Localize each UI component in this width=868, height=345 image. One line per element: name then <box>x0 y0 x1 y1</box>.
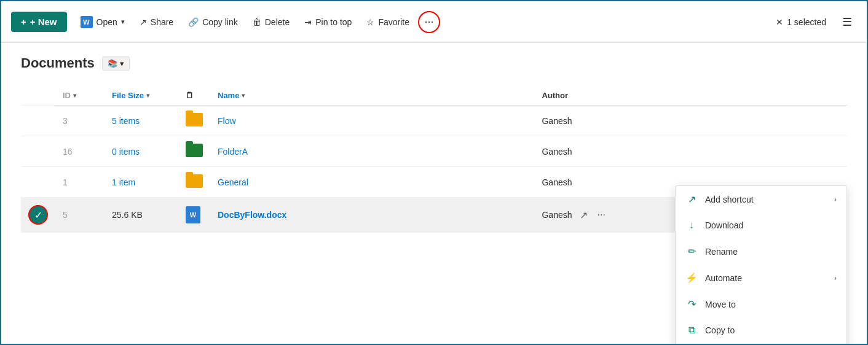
view-toggle-button[interactable]: 📚 ▾ <box>102 56 130 71</box>
row-file-icon <box>178 136 210 167</box>
link-icon: 🔗 <box>188 17 199 27</box>
sort-icon: ▾ <box>242 92 245 99</box>
automate-icon: ⚡ <box>685 272 698 284</box>
row-checkbox[interactable] <box>21 106 55 136</box>
delete-button[interactable]: 🗑 Delete <box>247 12 296 32</box>
row-checkbox[interactable]: ✓ <box>21 198 55 233</box>
automate-label: Automate <box>705 273 742 283</box>
selected-button[interactable]: ✕ 1 selected <box>770 12 832 32</box>
copy-to-label: Copy to <box>705 325 735 335</box>
share-label: Share <box>151 17 173 27</box>
row-author-text: Ganesh <box>542 210 572 220</box>
file-type-icon: 🗒 <box>186 91 194 100</box>
copy-link-button[interactable]: 🔗 Copy link <box>182 12 244 32</box>
move-to-icon: ↷ <box>685 298 698 310</box>
table-row: ✓ 5 25.6 KB W DocByFlow.docx Ganesh ↗ ··… <box>21 198 847 233</box>
delete-icon: 🗑 <box>253 17 261 27</box>
row-share-button[interactable]: ↗ <box>577 207 590 223</box>
row-file-name[interactable]: DocByFlow.docx <box>210 198 534 233</box>
dropdown-item-automate[interactable]: ⚡ Automate › <box>676 265 846 291</box>
pin-to-top-label: Pin to top <box>315 17 352 27</box>
close-icon: ✕ <box>776 17 783 27</box>
main-content: Documents 📚 ▾ ID ▾ File Size ▾ <box>1 43 867 245</box>
folder-yellow-icon <box>186 113 203 126</box>
row-file-icon <box>178 167 210 198</box>
delete-label: Delete <box>265 17 290 27</box>
selected-checkbox[interactable]: ✓ <box>28 205 48 225</box>
dropdown-item-download[interactable]: ↓ Download <box>676 212 846 238</box>
row-file-name[interactable]: General <box>210 167 534 198</box>
row-file-name[interactable]: Flow <box>210 106 534 136</box>
table-header: ID ▾ File Size ▾ 🗒 Name ▾ <box>21 86 847 106</box>
table-row: 3 5 items Flow Ganesh <box>21 106 847 136</box>
row-author: Ganesh <box>534 136 847 167</box>
row-checkbox[interactable] <box>21 136 55 167</box>
dropdown-item-add-shortcut[interactable]: ↗ Add shortcut › <box>676 186 846 212</box>
add-shortcut-label: Add shortcut <box>705 195 754 204</box>
checkbox-col-header <box>21 86 55 106</box>
new-button[interactable]: + + New <box>11 12 67 32</box>
favorite-button[interactable]: ☆ Favorite <box>360 12 416 32</box>
ellipsis-icon: ··· <box>424 15 433 28</box>
row-id: 3 <box>55 106 105 136</box>
row-more-button[interactable]: ··· <box>595 207 608 223</box>
plus-icon: + <box>21 17 26 27</box>
copy-to-icon: ⧉ <box>685 325 698 336</box>
name-column-header[interactable]: Name ▾ <box>210 86 534 106</box>
author-column-header[interactable]: Author <box>534 86 847 106</box>
row-file-name[interactable]: FolderA <box>210 136 534 167</box>
row-file-size: 1 item <box>105 167 178 198</box>
row-checkbox[interactable] <box>21 167 55 198</box>
row-actions: Ganesh ↗ ··· ↗ Add shortcut › <box>542 207 840 223</box>
row-file-size: 5 items <box>105 106 178 136</box>
move-to-label: Move to <box>705 300 736 309</box>
toolbar-right: ✕ 1 selected ☰ <box>770 10 857 34</box>
table-body: 3 5 items Flow Ganesh 16 0 items FolderA… <box>21 106 847 233</box>
library-icon: 📚 <box>108 59 117 68</box>
sort-icon: ▾ <box>146 92 149 99</box>
row-author: Ganesh ↗ ··· ↗ Add shortcut › <box>534 198 847 233</box>
download-label: Download <box>705 220 743 230</box>
row-author: Ganesh <box>534 106 847 136</box>
favorite-label: Favorite <box>378 17 409 27</box>
selected-label: 1 selected <box>787 17 826 27</box>
word-docx-icon: W <box>186 206 200 223</box>
dropdown-item-rename[interactable]: ✏ Rename <box>676 238 846 265</box>
folder-yellow-icon <box>186 174 203 188</box>
hamburger-button[interactable]: ☰ <box>837 10 857 34</box>
chevron-down-icon: ▾ <box>121 18 125 26</box>
folder-green-icon <box>186 144 203 157</box>
toolbar: + + New W Open ▾ ↗ Share 🔗 Copy link 🗑 D… <box>1 1 867 43</box>
download-icon: ↓ <box>685 220 698 231</box>
new-label: + New <box>30 17 57 27</box>
rename-label: Rename <box>705 247 738 257</box>
context-dropdown-menu: ↗ Add shortcut › ↓ Download <box>675 185 847 345</box>
dropdown-item-copy-to[interactable]: ⧉ Copy to <box>676 317 846 343</box>
share-button[interactable]: ↗ Share <box>133 12 180 32</box>
add-shortcut-icon: ↗ <box>685 193 698 205</box>
row-id: 1 <box>55 167 105 198</box>
row-file-icon: W <box>178 198 210 233</box>
open-label: Open <box>97 17 117 27</box>
open-button[interactable]: W Open ▾ <box>74 11 131 33</box>
row-file-size: 0 items <box>105 136 178 167</box>
page-header: Documents 📚 ▾ <box>21 55 847 71</box>
share-icon: ↗ <box>140 17 147 27</box>
row-id: 16 <box>55 136 105 167</box>
file-size-column-header[interactable]: File Size ▾ <box>105 86 178 106</box>
hamburger-icon: ☰ <box>842 16 852 28</box>
copy-link-label: Copy link <box>202 17 238 27</box>
submenu-chevron-icon: › <box>834 274 837 282</box>
view-chevron-icon: ▾ <box>120 59 124 68</box>
dropdown-item-move-to[interactable]: ↷ Move to <box>676 291 846 317</box>
pin-to-top-button[interactable]: ⇥ Pin to top <box>298 12 358 32</box>
id-column-header[interactable]: ID ▾ <box>55 86 105 106</box>
word-icon: W <box>81 16 93 28</box>
rename-icon: ✏ <box>685 246 698 257</box>
table-row: 16 0 items FolderA Ganesh <box>21 136 847 167</box>
more-options-button[interactable]: ··· <box>418 11 440 33</box>
file-icon-col-header: 🗒 <box>178 86 210 106</box>
row-file-size: 25.6 KB <box>105 198 178 233</box>
page-title: Documents <box>21 55 95 71</box>
pin-icon: ⇥ <box>304 17 312 27</box>
